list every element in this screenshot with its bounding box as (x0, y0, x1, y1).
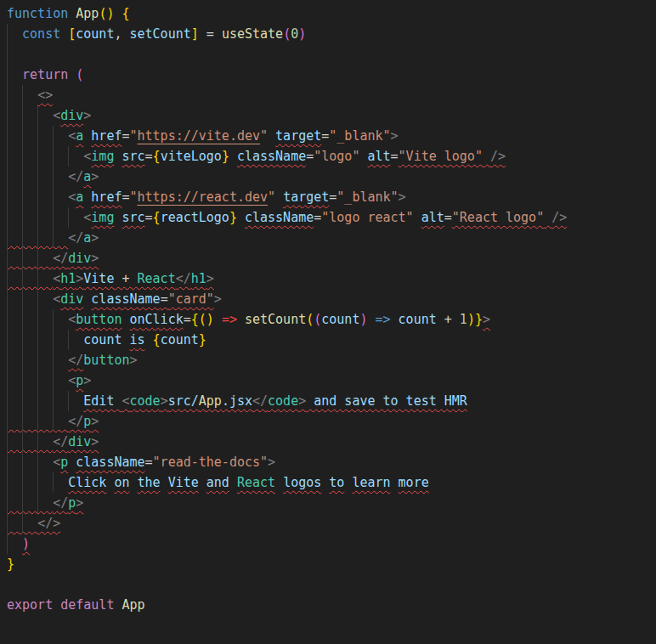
code-token: Click (68, 475, 106, 490)
code-line[interactable]: return ( (7, 65, 656, 85)
code-token: = (391, 149, 399, 164)
code-line[interactable]: <a href="https://vite.dev" target="_blan… (7, 126, 656, 146)
code-token: ] (191, 26, 199, 42)
code-token (122, 312, 129, 327)
code-line[interactable]: Click on the Vite and React logos to lea… (7, 472, 656, 493)
code-token: </ (53, 251, 68, 266)
error-squiggle: </> (7, 516, 60, 531)
error-squiggle: target (283, 189, 329, 205)
code-line[interactable]: </div> (7, 248, 656, 268)
code-line[interactable]: </button> (7, 350, 656, 370)
code-token (7, 26, 22, 42)
code-line[interactable] (7, 615, 656, 636)
code-token (53, 597, 60, 613)
code-line[interactable]: </a> (7, 228, 656, 248)
code-token: on (114, 475, 129, 490)
code-editor[interactable]: function App() { const [count, setCount]… (0, 0, 656, 644)
code-token: > (91, 434, 99, 449)
code-line[interactable]: <h1>Vite + React</h1> (7, 268, 656, 289)
code-token: return (22, 67, 68, 82)
code-token: </ (68, 169, 83, 184)
error-squiggle: img (91, 149, 114, 164)
code-token: [ (68, 26, 76, 42)
code-token: > (161, 393, 168, 409)
code-line[interactable]: const [count, setCount] = useState(0) (7, 24, 656, 44)
code-token: count (76, 26, 114, 42)
code-line[interactable]: </p> (7, 493, 656, 513)
code-token: const (22, 26, 60, 42)
code-line[interactable]: function App() { (7, 3, 656, 24)
code-token (321, 475, 329, 490)
indent-guide (68, 146, 69, 167)
code-token (68, 455, 76, 470)
code-line[interactable]: <p> (7, 370, 656, 391)
code-line[interactable] (7, 44, 656, 65)
error-squiggle: "Vite logo" /> (399, 149, 506, 164)
error-squiggle: a (83, 169, 91, 184)
code-token: > (130, 353, 138, 368)
code-line[interactable]: count is {count} (7, 330, 656, 350)
code-token: p (68, 495, 76, 511)
code-line[interactable]: } (7, 554, 656, 574)
code-token: logos (283, 475, 321, 490)
code-token: > (268, 455, 275, 470)
code-token: = (122, 189, 129, 205)
code-token: a (83, 230, 91, 246)
code-line[interactable]: </a> (7, 167, 656, 187)
code-token: ) (467, 312, 475, 327)
code-line[interactable]: <> (7, 85, 656, 105)
code-token: alt (421, 210, 444, 225)
code-line[interactable]: </div> (7, 432, 656, 452)
indent-guide (7, 24, 8, 554)
code-line[interactable]: <div className="card"> (7, 289, 656, 309)
code-token: = (199, 26, 222, 42)
code-token: Vite (83, 271, 114, 286)
code-token (214, 312, 222, 327)
code-token (275, 189, 283, 205)
code-line[interactable]: <div> (7, 105, 656, 126)
error-squiggle: className="card" (91, 291, 214, 307)
code-token: < (83, 210, 91, 225)
code-token: and save to test HMR (306, 393, 467, 409)
code-token: viteLogo (161, 149, 222, 164)
code-token: = (145, 455, 153, 470)
code-token (7, 149, 83, 164)
code-token (68, 67, 76, 82)
code-token: to (329, 475, 344, 490)
code-token: <> (37, 88, 53, 103)
code-token: > (298, 393, 306, 409)
code-token (130, 475, 138, 490)
code-token: "Vite logo" (399, 149, 483, 164)
code-token: > (91, 414, 99, 429)
code-token: count (321, 312, 359, 327)
code-token: > (91, 251, 99, 266)
error-squiggle: React (237, 475, 275, 490)
code-token: count (399, 312, 437, 327)
code-line[interactable]: </p> (7, 411, 656, 432)
code-line[interactable]: Edit <code>src/App.jsx</code> and save t… (7, 391, 656, 411)
code-line[interactable]: <img src={reactLogo} className="logo rea… (7, 207, 656, 228)
code-token: a (76, 128, 83, 144)
code-token: + (114, 271, 137, 286)
code-token: = (122, 128, 129, 144)
code-line[interactable] (7, 574, 656, 595)
code-line[interactable]: export default App (7, 595, 656, 615)
error-squiggle: className (237, 149, 306, 164)
code-line[interactable]: <p className="read-the-docs"> (7, 452, 656, 472)
code-token: "read-the-docs" (153, 455, 268, 470)
code-line[interactable]: ) (7, 534, 656, 554)
code-token (199, 475, 206, 490)
error-squiggle: href (91, 128, 122, 144)
code-token: .jsx (222, 393, 252, 409)
error-squiggle: Vite (168, 475, 199, 490)
code-token (229, 149, 237, 164)
code-line[interactable]: <a href="https://react.dev" target="_bla… (7, 187, 656, 207)
code-token: "_blank" (329, 128, 390, 144)
code-token: < (53, 108, 60, 123)
code-token: ( (283, 26, 291, 42)
code-line[interactable]: <button onClick={() => setCount((count) … (7, 309, 656, 330)
code-token: React (237, 475, 275, 490)
code-token (60, 26, 68, 42)
code-line[interactable]: </> (7, 513, 656, 534)
code-line[interactable]: <img src={viteLogo} className="logo" alt… (7, 146, 656, 167)
